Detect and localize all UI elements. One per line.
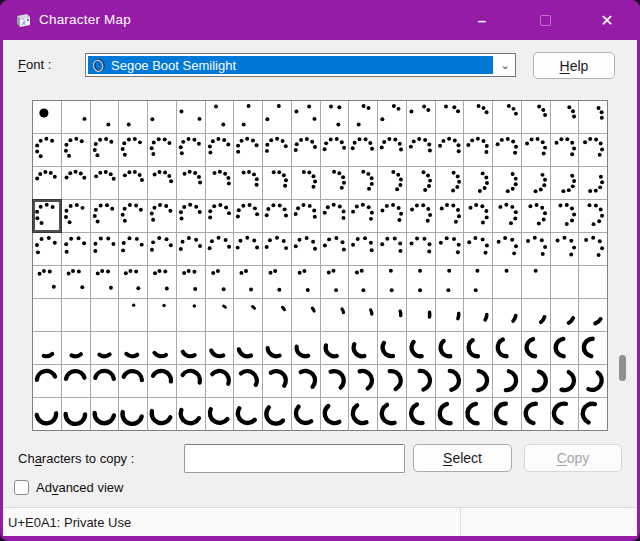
character-cell[interactable] xyxy=(407,299,435,331)
character-cell[interactable] xyxy=(321,299,349,331)
character-cell[interactable] xyxy=(148,398,176,430)
character-cell[interactable] xyxy=(551,167,579,199)
character-cell[interactable] xyxy=(493,365,521,397)
character-cell[interactable] xyxy=(522,332,550,364)
advanced-view-checkbox[interactable] xyxy=(14,480,29,495)
character-cell[interactable] xyxy=(579,101,607,133)
character-cell[interactable] xyxy=(407,167,435,199)
character-cell[interactable] xyxy=(292,200,320,232)
font-combobox[interactable]: Segoe Boot Semilight ⌄ xyxy=(85,53,516,77)
character-cell[interactable] xyxy=(407,134,435,166)
character-cell[interactable] xyxy=(263,233,291,265)
character-cell[interactable] xyxy=(579,266,607,298)
character-cell[interactable] xyxy=(234,101,262,133)
character-cell[interactable] xyxy=(91,200,119,232)
character-cell[interactable] xyxy=(378,167,406,199)
character-cell[interactable] xyxy=(234,200,262,232)
character-cell[interactable] xyxy=(62,299,90,331)
character-cell[interactable] xyxy=(263,266,291,298)
character-cell[interactable] xyxy=(464,365,492,397)
character-cell[interactable] xyxy=(378,134,406,166)
character-cell[interactable] xyxy=(177,266,205,298)
character-cell[interactable] xyxy=(464,233,492,265)
character-cell[interactable] xyxy=(464,101,492,133)
character-cell[interactable] xyxy=(349,299,377,331)
character-cell[interactable] xyxy=(119,200,147,232)
character-cell[interactable] xyxy=(177,332,205,364)
character-cell[interactable] xyxy=(148,134,176,166)
character-cell[interactable] xyxy=(62,200,90,232)
character-cell[interactable] xyxy=(551,299,579,331)
character-cell[interactable] xyxy=(493,299,521,331)
character-cell[interactable] xyxy=(33,266,61,298)
character-cell[interactable] xyxy=(119,101,147,133)
character-cell[interactable] xyxy=(206,398,234,430)
character-cell[interactable] xyxy=(263,134,291,166)
character-cell[interactable] xyxy=(321,167,349,199)
character-cell[interactable] xyxy=(321,233,349,265)
character-cell[interactable] xyxy=(177,101,205,133)
character-cell[interactable] xyxy=(263,299,291,331)
character-cell[interactable] xyxy=(148,266,176,298)
character-cell[interactable] xyxy=(464,332,492,364)
character-cell[interactable] xyxy=(33,299,61,331)
character-cell[interactable] xyxy=(292,101,320,133)
character-cell[interactable] xyxy=(551,233,579,265)
character-cell[interactable] xyxy=(263,200,291,232)
character-cell[interactable] xyxy=(349,134,377,166)
character-cell[interactable] xyxy=(321,101,349,133)
character-cell[interactable] xyxy=(436,200,464,232)
character-cell[interactable] xyxy=(493,398,521,430)
character-cell[interactable] xyxy=(148,167,176,199)
character-cell[interactable] xyxy=(234,233,262,265)
character-cell[interactable] xyxy=(177,167,205,199)
character-cell[interactable] xyxy=(206,200,234,232)
character-cell[interactable] xyxy=(579,200,607,232)
character-cell[interactable] xyxy=(206,332,234,364)
character-cell[interactable] xyxy=(436,398,464,430)
character-cell[interactable] xyxy=(464,200,492,232)
character-cell[interactable] xyxy=(522,167,550,199)
character-cell[interactable] xyxy=(522,299,550,331)
character-cell[interactable] xyxy=(62,266,90,298)
character-cell[interactable] xyxy=(407,266,435,298)
character-cell[interactable] xyxy=(321,134,349,166)
character-cell[interactable] xyxy=(378,398,406,430)
character-cell[interactable] xyxy=(292,233,320,265)
character-cell[interactable] xyxy=(33,365,61,397)
character-cell[interactable] xyxy=(436,101,464,133)
grid-scrollbar-thumb[interactable] xyxy=(619,355,626,381)
character-cell[interactable] xyxy=(579,365,607,397)
character-cell[interactable] xyxy=(91,398,119,430)
character-cell[interactable] xyxy=(206,134,234,166)
character-cell[interactable] xyxy=(148,233,176,265)
character-cell[interactable] xyxy=(148,365,176,397)
character-cell[interactable] xyxy=(349,332,377,364)
character-cell[interactable] xyxy=(321,398,349,430)
character-cell[interactable] xyxy=(119,365,147,397)
character-cell[interactable] xyxy=(493,134,521,166)
character-cell[interactable] xyxy=(292,134,320,166)
character-cell[interactable] xyxy=(579,398,607,430)
character-cell[interactable] xyxy=(234,134,262,166)
character-cell[interactable] xyxy=(407,398,435,430)
character-cell[interactable] xyxy=(33,398,61,430)
character-cell[interactable] xyxy=(148,299,176,331)
character-cell[interactable] xyxy=(349,365,377,397)
character-cell[interactable] xyxy=(91,101,119,133)
character-cell[interactable] xyxy=(321,266,349,298)
maximize-button[interactable] xyxy=(522,0,568,40)
character-cell[interactable] xyxy=(349,233,377,265)
character-cell[interactable] xyxy=(62,398,90,430)
characters-to-copy-input[interactable] xyxy=(184,444,405,473)
select-button[interactable]: Select xyxy=(413,444,512,472)
character-cell[interactable] xyxy=(206,299,234,331)
character-cell[interactable] xyxy=(91,266,119,298)
character-cell[interactable] xyxy=(292,365,320,397)
character-cell[interactable] xyxy=(91,299,119,331)
character-cell[interactable] xyxy=(177,299,205,331)
character-cell[interactable] xyxy=(62,101,90,133)
character-cell[interactable] xyxy=(33,134,61,166)
character-cell[interactable] xyxy=(321,332,349,364)
character-cell[interactable] xyxy=(263,398,291,430)
